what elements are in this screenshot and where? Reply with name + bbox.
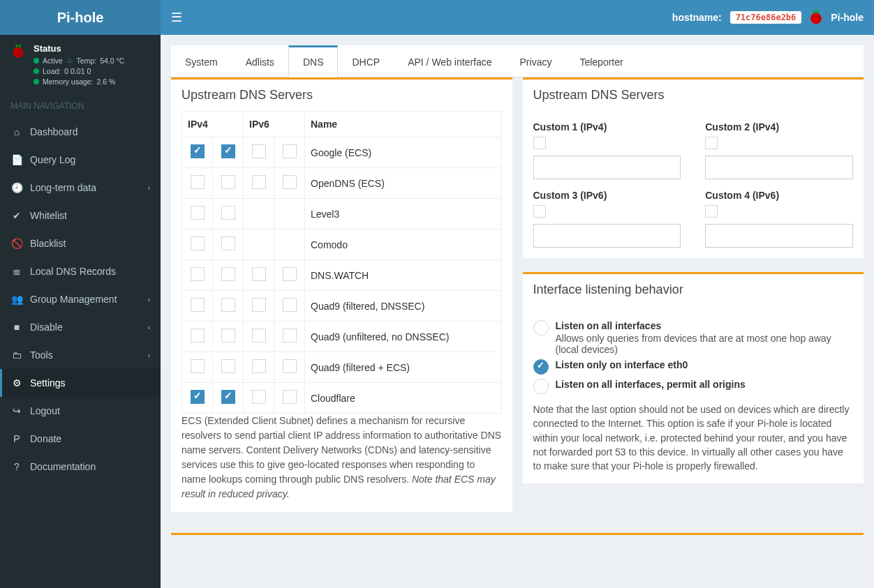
tab-teleporter[interactable]: Teleporter bbox=[565, 45, 637, 77]
brand-logo[interactable]: Pi-hole bbox=[0, 0, 161, 35]
nav-icon: 🕘 bbox=[10, 182, 23, 193]
dns-checkbox[interactable] bbox=[191, 329, 205, 342]
dns-checkbox[interactable] bbox=[252, 175, 266, 189]
nav-item-long-term-data[interactable]: 🕘Long-term data‹ bbox=[0, 174, 161, 202]
dns-provider-name: Comodo bbox=[305, 229, 502, 260]
custom-label: Custom 1 (IPv4) bbox=[533, 121, 681, 133]
nav-item-disable[interactable]: ■Disable‹ bbox=[0, 313, 161, 341]
nav-item-donate[interactable]: PDonate bbox=[0, 425, 161, 453]
nav-label: Query Log bbox=[30, 154, 75, 165]
custom-label: Custom 3 (IPv6) bbox=[533, 190, 681, 201]
dns-row: Cloudflare bbox=[182, 383, 502, 414]
custom-dns-input[interactable] bbox=[533, 224, 681, 248]
nav-item-logout[interactable]: ↪Logout bbox=[0, 397, 161, 425]
radio-desc: Allows only queries from devices that ar… bbox=[556, 333, 854, 355]
nav-item-query-log[interactable]: 📄Query Log bbox=[0, 146, 161, 174]
dns-checkbox[interactable] bbox=[252, 144, 266, 158]
hamburger-icon[interactable]: ☰ bbox=[171, 10, 182, 25]
nav-icon: P bbox=[10, 433, 23, 444]
custom-enable-checkbox[interactable] bbox=[533, 205, 546, 218]
nav-item-blacklist[interactable]: 🚫Blacklist bbox=[0, 229, 161, 257]
nav-item-settings[interactable]: ⚙Settings bbox=[0, 369, 161, 397]
dns-checkbox[interactable] bbox=[283, 267, 297, 281]
dns-provider-name: Quad9 (filtered + ECS) bbox=[305, 352, 502, 383]
tab-dns[interactable]: DNS bbox=[288, 45, 339, 77]
nav-icon: 📄 bbox=[10, 154, 23, 165]
dns-checkbox[interactable] bbox=[191, 298, 205, 312]
load-label: Load: bbox=[43, 67, 61, 75]
nav-item-group-management[interactable]: 👥Group Management‹ bbox=[0, 285, 161, 313]
custom-dns-input[interactable] bbox=[533, 156, 681, 179]
dns-checkbox[interactable] bbox=[283, 298, 297, 312]
dns-checkbox[interactable] bbox=[221, 175, 235, 189]
dns-checkbox[interactable] bbox=[283, 144, 297, 158]
interface-radio[interactable] bbox=[533, 379, 549, 394]
custom-dns-box: Upstream DNS Servers Custom 1 (IPv4)Cust… bbox=[523, 77, 864, 258]
custom-dns-input[interactable] bbox=[705, 224, 853, 248]
interface-radio[interactable] bbox=[533, 359, 549, 375]
dns-checkbox[interactable] bbox=[191, 359, 205, 373]
fire-icon: ♨ bbox=[66, 56, 73, 65]
dns-checkbox[interactable] bbox=[252, 267, 266, 281]
dns-checkbox[interactable] bbox=[221, 267, 235, 281]
nav-icon: ■ bbox=[10, 322, 23, 333]
dns-checkbox[interactable] bbox=[252, 329, 266, 342]
dns-checkbox[interactable] bbox=[221, 144, 235, 158]
dns-checkbox[interactable] bbox=[221, 236, 235, 250]
dns-checkbox[interactable] bbox=[221, 390, 235, 404]
dns-checkbox[interactable] bbox=[283, 390, 297, 404]
tab-system[interactable]: System bbox=[171, 45, 232, 77]
nav-item-documentation[interactable]: ?Documentation bbox=[0, 453, 161, 481]
dns-checkbox[interactable] bbox=[252, 390, 266, 404]
nav-label: Documentation bbox=[30, 461, 96, 472]
custom-dns-input[interactable] bbox=[705, 156, 853, 179]
interface-option: Listen only on interface eth0 bbox=[533, 359, 854, 375]
nav-icon: 🚫 bbox=[10, 238, 23, 249]
dns-checkbox[interactable] bbox=[252, 298, 266, 312]
nav-icon: 👥 bbox=[10, 294, 23, 305]
dns-checkbox[interactable] bbox=[221, 206, 235, 220]
custom-enable-checkbox[interactable] bbox=[533, 137, 546, 149]
dns-checkbox[interactable] bbox=[221, 329, 235, 342]
dns-checkbox[interactable] bbox=[191, 390, 205, 404]
tab-api-web-interface[interactable]: API / Web interface bbox=[394, 45, 505, 77]
dns-row: Google (ECS) bbox=[182, 137, 502, 168]
status-title: Status bbox=[34, 43, 151, 54]
dns-checkbox[interactable] bbox=[191, 267, 205, 281]
dns-checkbox[interactable] bbox=[283, 359, 297, 373]
dns-checkbox[interactable] bbox=[252, 359, 266, 373]
tab-privacy[interactable]: Privacy bbox=[506, 45, 566, 77]
dns-checkbox[interactable] bbox=[191, 206, 205, 220]
th-ipv6: IPv6 bbox=[244, 112, 305, 137]
dns-checkbox[interactable] bbox=[283, 175, 297, 189]
dns-checkbox[interactable] bbox=[283, 329, 297, 342]
status-dot-icon bbox=[34, 79, 39, 84]
upstream-dns-box: Upstream DNS Servers IPv4 IPv6 Name Goog… bbox=[171, 77, 512, 512]
nav-icon: ≣ bbox=[10, 266, 23, 277]
interface-note: Note that the last option should not be … bbox=[533, 402, 854, 473]
nav-label: Logout bbox=[30, 405, 60, 416]
main-nav: ⌂Dashboard📄Query Log🕘Long-term data‹✔Whi… bbox=[0, 118, 161, 481]
nav-label: Whitelist bbox=[30, 210, 67, 221]
dns-checkbox[interactable] bbox=[191, 144, 205, 158]
dns-checkbox[interactable] bbox=[221, 359, 235, 373]
dns-checkbox[interactable] bbox=[191, 236, 205, 250]
custom-enable-checkbox[interactable] bbox=[705, 137, 718, 149]
custom-dns-field-4: Custom 4 (IPv6) bbox=[705, 190, 853, 248]
upstream-title: Upstream DNS Servers bbox=[171, 80, 512, 111]
nav-item-whitelist[interactable]: ✔Whitelist bbox=[0, 202, 161, 229]
mem-value: 2.6 % bbox=[96, 77, 115, 86]
interface-radio[interactable] bbox=[533, 320, 549, 336]
dns-row: Level3 bbox=[182, 199, 502, 229]
tab-dhcp[interactable]: DHCP bbox=[338, 45, 394, 77]
dns-checkbox[interactable] bbox=[221, 298, 235, 312]
tab-adlists[interactable]: Adlists bbox=[232, 45, 288, 77]
topbar: ☰ hostname: 71c76e86e2b6 Pi-hole bbox=[161, 0, 874, 35]
dns-checkbox[interactable] bbox=[191, 175, 205, 189]
custom-enable-checkbox[interactable] bbox=[705, 205, 718, 218]
th-name: Name bbox=[305, 112, 502, 137]
nav-item-tools[interactable]: 🗀Tools‹ bbox=[0, 341, 161, 369]
nav-item-dashboard[interactable]: ⌂Dashboard bbox=[0, 118, 161, 146]
nav-item-local-dns-records[interactable]: ≣Local DNS Records bbox=[0, 257, 161, 285]
brand-right[interactable]: Pi-hole bbox=[831, 12, 864, 23]
